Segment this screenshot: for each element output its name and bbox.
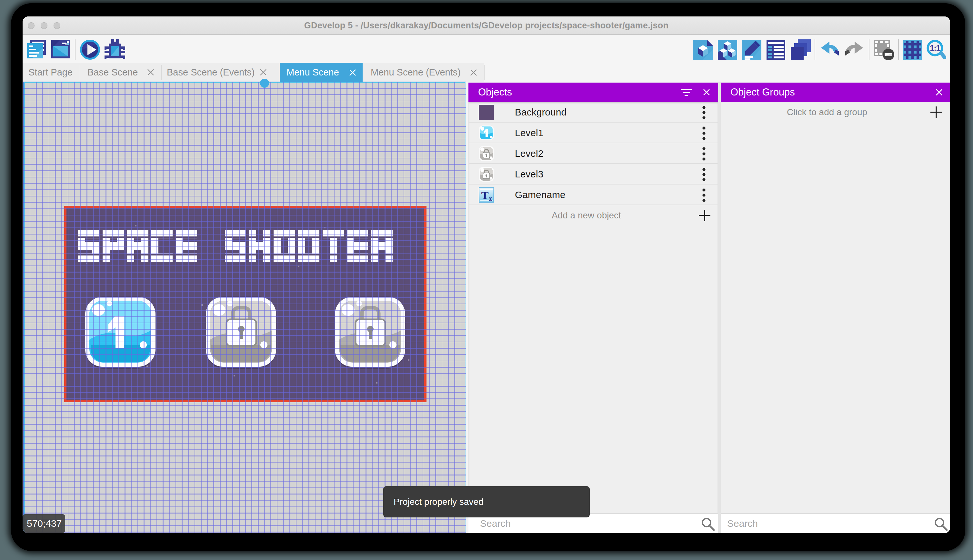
svg-text:x: x	[489, 195, 492, 202]
svg-text:1:1: 1:1	[930, 43, 940, 52]
svg-text:T: T	[482, 189, 489, 201]
